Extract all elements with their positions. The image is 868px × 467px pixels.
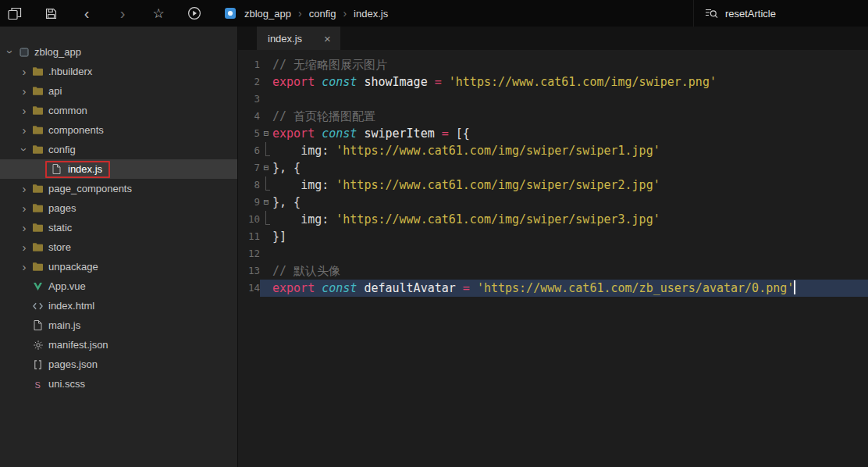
- fold-gutter: [260, 245, 272, 262]
- tree-item-pages-json[interactable]: pages.json: [0, 355, 237, 374]
- tree-item-index-html[interactable]: index.html: [0, 296, 237, 315]
- text-cursor: [794, 280, 795, 294]
- tree-item-uni-scss[interactable]: Suni.scss: [0, 374, 237, 394]
- chevron-right-icon[interactable]: ›: [17, 222, 31, 234]
- code-text[interactable]: // 无缩略图展示图片: [272, 56, 868, 73]
- tree-item-store[interactable]: ›store: [0, 237, 237, 257]
- line-number: 13: [238, 262, 260, 280]
- js-file-icon: [31, 319, 44, 331]
- tree-item-api[interactable]: ›api: [0, 81, 237, 101]
- tree-item-main-js[interactable]: main.js: [0, 315, 237, 335]
- tree-item-zblog-app[interactable]: ›zblog_app: [0, 42, 237, 62]
- project-logo-icon: [223, 5, 237, 22]
- code-text[interactable]: // 首页轮播图配置: [272, 108, 868, 125]
- code-text[interactable]: export const defaultAvatar = 'https://ww…: [272, 280, 868, 297]
- code-line-12[interactable]: 12: [238, 245, 868, 262]
- fold-gutter: [260, 228, 272, 245]
- json-array-file-icon: [31, 359, 44, 370]
- tree-item-label: pages.json: [48, 358, 98, 370]
- chevron-right-icon[interactable]: ›: [17, 124, 31, 136]
- code-text[interactable]: }, {: [272, 194, 868, 211]
- code-text[interactable]: export const showImage = 'https://www.ca…: [272, 73, 868, 91]
- run-icon[interactable]: [186, 5, 203, 22]
- back-icon[interactable]: ‹: [78, 5, 95, 22]
- code-text[interactable]: export const swiperItem = [{: [272, 125, 868, 142]
- fold-collapse-icon[interactable]: ⊟: [260, 194, 272, 211]
- tree-item-manifest-json[interactable]: manifest.json: [0, 335, 237, 355]
- tree-item-unpackage[interactable]: ›unpackage: [0, 257, 237, 276]
- breadcrumb-project[interactable]: zblog_app: [244, 8, 291, 20]
- tree-item--hbuilderx[interactable]: ›.hbuilderx: [0, 62, 237, 81]
- code-text[interactable]: }]: [272, 228, 868, 245]
- tree-item-page-components[interactable]: ›page_components: [0, 179, 237, 198]
- code-text[interactable]: // 默认头像: [272, 262, 868, 280]
- chevron-down-icon[interactable]: ›: [5, 45, 16, 59]
- code-line-1[interactable]: 1// 无缩略图展示图片: [238, 56, 868, 73]
- forward-icon[interactable]: ›: [114, 5, 131, 22]
- code-line-14[interactable]: 14export const defaultAvatar = 'https://…: [238, 280, 868, 297]
- tree-item-index-js[interactable]: index.js: [0, 159, 237, 179]
- code-line-3[interactable]: 3: [238, 91, 868, 108]
- tab-index-js[interactable]: index.js ×: [257, 27, 340, 50]
- breadcrumb-folder[interactable]: config: [309, 8, 336, 20]
- save-icon[interactable]: [42, 5, 59, 22]
- tree-item-label: index.js: [68, 163, 102, 175]
- tree-item-label: config: [48, 144, 76, 155]
- code-line-4[interactable]: 4// 首页轮播图配置: [238, 108, 868, 125]
- chevron-right-icon[interactable]: ›: [17, 261, 31, 273]
- tree-item-pages[interactable]: ›pages: [0, 198, 237, 218]
- fold-collapse-icon[interactable]: ⊟: [260, 159, 272, 176]
- line-number: 6: [238, 142, 260, 159]
- search-box[interactable]: resetArticle: [693, 0, 776, 27]
- tree-item-config[interactable]: ›config: [0, 140, 237, 159]
- chevron-right-icon[interactable]: ›: [17, 241, 31, 253]
- tree-item-label: main.js: [48, 319, 80, 331]
- tree-item-components[interactable]: ›components: [0, 120, 237, 140]
- chevron-right-icon[interactable]: ›: [17, 85, 31, 97]
- code-line-8[interactable]: 8 img: 'https://www.cat61.com/img/swiper…: [238, 176, 868, 194]
- tree-item-label: index.html: [48, 300, 94, 312]
- code-line-10[interactable]: 10 img: 'https://www.cat61.com/img/swipe…: [238, 211, 868, 228]
- tree-item-label: manifest.json: [48, 339, 108, 351]
- code-line-5[interactable]: 5⊟export const swiperItem = [{: [238, 125, 868, 142]
- tree-item-static[interactable]: ›static: [0, 218, 237, 237]
- tree-item-label: store: [48, 241, 71, 253]
- fold-gutter: [260, 211, 272, 228]
- breadcrumb-separator-icon: ›: [298, 7, 302, 20]
- line-number: 12: [238, 245, 260, 262]
- code-text[interactable]: img: 'https://www.cat61.com/img/swiper/s…: [272, 142, 868, 159]
- code-line-7[interactable]: 7⊟}, {: [238, 159, 868, 176]
- chevron-right-icon[interactable]: ›: [17, 105, 31, 116]
- code-text[interactable]: [272, 245, 868, 262]
- tree-item-label: common: [48, 105, 87, 116]
- chevron-down-icon[interactable]: ›: [19, 143, 30, 157]
- close-icon[interactable]: ×: [324, 33, 331, 45]
- line-number: 5: [238, 125, 260, 142]
- chevron-right-icon[interactable]: ›: [17, 202, 31, 214]
- fold-gutter: [260, 108, 272, 125]
- code-line-2[interactable]: 2export const showImage = 'https://www.c…: [238, 73, 868, 91]
- vue-file-icon: [31, 281, 44, 292]
- chevron-right-icon[interactable]: ›: [17, 183, 31, 194]
- code-line-9[interactable]: 9⊟}, {: [238, 194, 868, 211]
- sidebar: ›zblog_app›.hbuilderx›api›common›compone…: [0, 27, 238, 467]
- tree-item-label: static: [48, 222, 72, 234]
- code-text[interactable]: [272, 91, 868, 108]
- star-icon[interactable]: ☆: [150, 5, 167, 22]
- file-tree: ›zblog_app›.hbuilderx›api›common›compone…: [0, 27, 237, 394]
- chevron-right-icon[interactable]: ›: [17, 66, 31, 77]
- tree-item-app-vue[interactable]: App.vue: [0, 276, 237, 296]
- code-text[interactable]: }, {: [272, 159, 868, 176]
- breadcrumb-file[interactable]: index.js: [354, 8, 388, 20]
- code-line-6[interactable]: 6 img: 'https://www.cat61.com/img/swiper…: [238, 142, 868, 159]
- fold-collapse-icon[interactable]: ⊟: [260, 125, 272, 142]
- code-area[interactable]: 1// 无缩略图展示图片2export const showImage = 'h…: [238, 50, 868, 297]
- hbuilderx-logo-icon[interactable]: [6, 5, 23, 22]
- code-line-11[interactable]: 11}]: [238, 228, 868, 245]
- code-text[interactable]: img: 'https://www.cat61.com/img/swiper/s…: [272, 176, 868, 194]
- code-text[interactable]: img: 'https://www.cat61.com/img/swiper/s…: [272, 211, 868, 228]
- js-file-icon: [50, 163, 63, 175]
- tree-item-label: uni.scss: [48, 378, 85, 390]
- code-line-13[interactable]: 13// 默认头像: [238, 262, 868, 280]
- tree-item-common[interactable]: ›common: [0, 101, 237, 120]
